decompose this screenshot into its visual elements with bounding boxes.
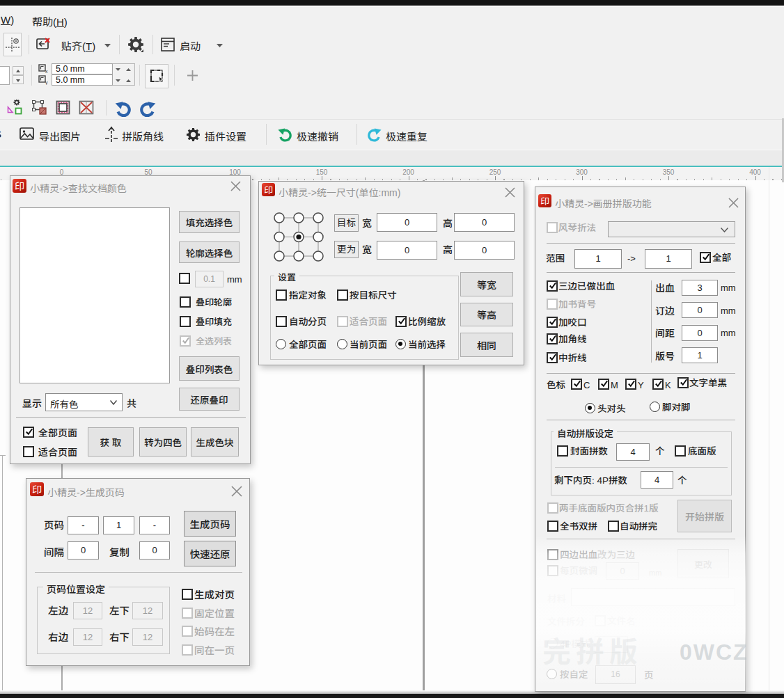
svg-text:y: y (45, 80, 48, 85)
svg-text:x: x (45, 69, 48, 74)
